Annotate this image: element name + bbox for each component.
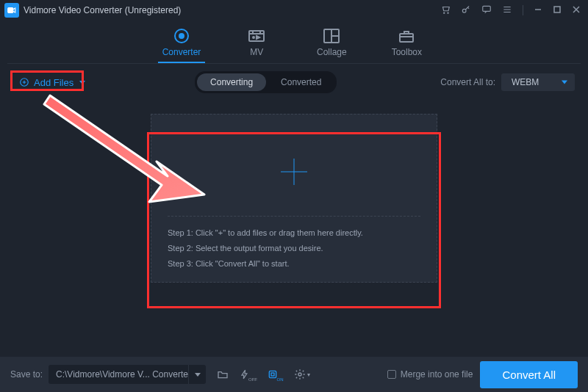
svg-rect-5 xyxy=(554,7,560,12)
save-path-select[interactable]: C:\Vidmore\Vidmore V... Converter\Conver… xyxy=(49,365,206,384)
hardware-accel-off-button[interactable]: OFF xyxy=(240,365,259,384)
convert-all-to-label: Convert All to: xyxy=(440,77,495,87)
svg-rect-13 xyxy=(269,371,276,377)
minimize-button[interactable] xyxy=(534,5,542,16)
save-to-label: Save to: xyxy=(10,369,43,380)
tab-mv[interactable]: MV xyxy=(237,28,276,63)
output-format-select[interactable]: WEBM xyxy=(501,73,575,91)
add-files-area[interactable] xyxy=(168,128,420,217)
key-icon[interactable] xyxy=(461,4,471,17)
step-text: Step 3: Click "Convert All" to start. xyxy=(168,256,420,272)
svg-point-9 xyxy=(253,37,254,38)
add-files-button[interactable]: Add Files xyxy=(13,74,91,91)
svg-rect-4 xyxy=(483,6,491,11)
tab-label: Collage xyxy=(317,47,347,57)
drop-zone[interactable]: Step 1: Click "+" to add files or drag t… xyxy=(151,114,437,283)
svg-rect-0 xyxy=(8,8,13,13)
cart-icon[interactable] xyxy=(440,4,451,17)
merge-label: Merge into one file xyxy=(401,369,473,380)
svg-rect-11 xyxy=(400,34,413,42)
hardware-accel-on-button[interactable]: ON xyxy=(266,365,285,384)
svg-point-1 xyxy=(444,12,445,13)
toolbar: Add Files Converting Converted Convert A… xyxy=(0,64,588,101)
tab-label: Converter xyxy=(162,47,201,57)
convert-all-button[interactable]: Convert All xyxy=(480,361,578,388)
tab-converter[interactable]: Converter xyxy=(162,28,201,63)
app-logo xyxy=(4,3,19,18)
collage-icon xyxy=(322,28,341,44)
menu-icon[interactable] xyxy=(502,4,512,17)
converter-icon xyxy=(172,28,191,44)
svg-rect-14 xyxy=(271,373,274,376)
open-folder-button[interactable] xyxy=(213,365,232,384)
step-text: Step 2: Select the output format you des… xyxy=(168,241,420,256)
checkbox-icon xyxy=(387,370,396,379)
plus-circle-icon xyxy=(19,77,29,87)
plus-icon xyxy=(281,159,307,185)
app-title: Vidmore Video Converter (Unregistered) xyxy=(24,5,181,15)
svg-point-15 xyxy=(298,373,301,376)
tab-label: MV xyxy=(250,47,263,57)
subtab-converting[interactable]: Converting xyxy=(197,73,266,91)
conversion-status-tabs: Converting Converted xyxy=(195,71,337,93)
settings-button[interactable]: ▾ xyxy=(293,365,312,384)
chevron-down-icon[interactable] xyxy=(188,365,206,384)
merge-checkbox[interactable]: Merge into one file xyxy=(387,369,473,380)
tab-toolbox[interactable]: Toolbox xyxy=(387,28,426,63)
chevron-down-icon xyxy=(79,81,85,84)
toolbox-icon xyxy=(397,28,416,44)
maximize-button[interactable] xyxy=(553,5,562,16)
tab-collage[interactable]: Collage xyxy=(312,28,351,63)
svg-point-2 xyxy=(448,12,448,13)
svg-point-7 xyxy=(179,34,184,38)
save-path-value: C:\Vidmore\Vidmore V... Converter\Conver… xyxy=(49,365,188,384)
add-files-label: Add Files xyxy=(34,77,74,88)
bottom-bar: Save to: C:\Vidmore\Vidmore V... Convert… xyxy=(0,357,588,392)
titlebar: Vidmore Video Converter (Unregistered) xyxy=(0,0,588,21)
tab-label: Toolbox xyxy=(392,47,422,57)
svg-point-3 xyxy=(462,9,466,12)
feedback-icon[interactable] xyxy=(481,4,492,17)
mv-icon xyxy=(247,28,266,44)
step-text: Step 1: Click "+" to add files or drag t… xyxy=(168,225,420,241)
instructions: Step 1: Click "+" to add files or drag t… xyxy=(168,225,420,272)
main-tabs: Converter MV Collage Toolbox xyxy=(0,21,588,63)
convert-all-to: Convert All to: WEBM xyxy=(440,73,575,91)
subtab-converted[interactable]: Converted xyxy=(268,73,334,91)
close-button[interactable] xyxy=(572,5,581,16)
